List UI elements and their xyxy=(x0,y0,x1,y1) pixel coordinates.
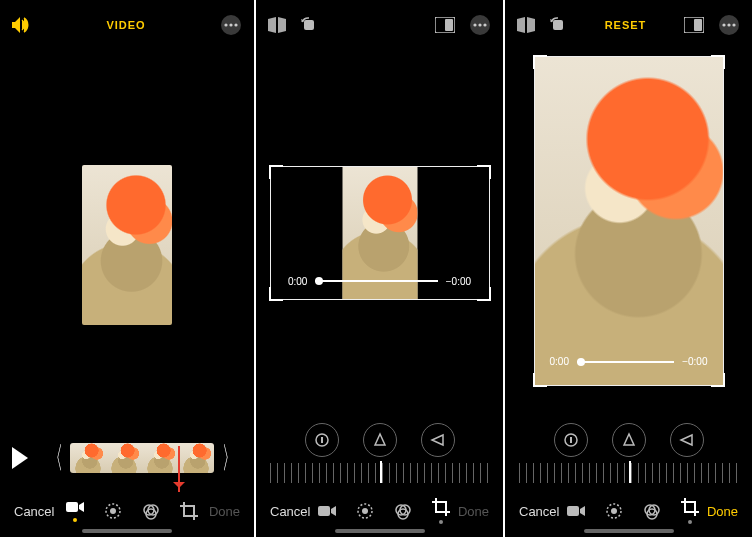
editor-panel-crop-reset: RESET 0:00 −0:00 xyxy=(505,0,752,537)
trim-thumb[interactable] xyxy=(142,443,178,473)
svg-point-21 xyxy=(362,508,368,514)
crop-handle-tl[interactable] xyxy=(533,55,547,69)
svg-rect-4 xyxy=(66,502,78,512)
crop-handle-br[interactable] xyxy=(711,373,725,387)
crop-handle-bl[interactable] xyxy=(269,287,283,301)
reset-button[interactable]: RESET xyxy=(567,19,684,31)
straighten-button[interactable] xyxy=(554,423,588,457)
flip-icon[interactable] xyxy=(268,17,286,33)
horizontal-perspective-button[interactable] xyxy=(670,423,704,457)
home-indicator xyxy=(584,529,674,533)
time-end: −0:00 xyxy=(446,276,471,287)
svg-point-6 xyxy=(110,508,116,514)
trim-strip[interactable]: 〈 〉 xyxy=(10,439,244,477)
editor-panel-crop: 0:00 −0:00 Cancel xyxy=(256,0,505,537)
annotation-arrow xyxy=(178,446,180,492)
svg-point-36 xyxy=(611,508,617,514)
done-button: Done xyxy=(209,504,240,519)
video-tool-icon[interactable] xyxy=(318,504,336,518)
svg-point-2 xyxy=(229,23,232,26)
crop-handle-bl[interactable] xyxy=(533,373,547,387)
horizontal-perspective-button[interactable] xyxy=(421,423,455,457)
svg-point-1 xyxy=(224,23,227,26)
svg-point-29 xyxy=(722,23,725,26)
vertical-perspective-button[interactable] xyxy=(612,423,646,457)
more-icon[interactable] xyxy=(220,14,242,36)
crop-tool-icon[interactable] xyxy=(432,498,450,524)
svg-rect-12 xyxy=(445,19,453,31)
svg-point-16 xyxy=(483,23,486,26)
dial-ruler[interactable] xyxy=(519,463,738,483)
video-tool-icon[interactable] xyxy=(567,504,585,518)
svg-point-30 xyxy=(727,23,730,26)
flip-icon[interactable] xyxy=(517,17,535,33)
crop-frame[interactable]: 0:00 −0:00 xyxy=(534,56,724,386)
dial-ruler[interactable] xyxy=(270,463,489,483)
trim-start-handle[interactable]: 〈 xyxy=(48,447,63,469)
time-end: −0:00 xyxy=(682,356,707,367)
aspect-icon[interactable] xyxy=(435,17,455,33)
crop-handle-tr[interactable] xyxy=(711,55,725,69)
adjust-tool-icon[interactable] xyxy=(104,502,122,520)
svg-point-15 xyxy=(478,23,481,26)
crop-handle-tr[interactable] xyxy=(477,165,491,179)
trim-thumb[interactable] xyxy=(106,443,142,473)
filters-tool-icon[interactable] xyxy=(142,502,160,520)
time-start: 0:00 xyxy=(288,276,307,287)
svg-rect-19 xyxy=(318,506,330,516)
svg-rect-34 xyxy=(567,506,579,516)
more-icon[interactable] xyxy=(469,14,491,36)
playhead[interactable] xyxy=(315,277,323,285)
adjust-tool-icon[interactable] xyxy=(356,502,374,520)
cancel-button[interactable]: Cancel xyxy=(270,504,310,519)
crop-handle-br[interactable] xyxy=(477,287,491,301)
aspect-icon[interactable] xyxy=(684,17,704,33)
filters-tool-icon[interactable] xyxy=(643,502,661,520)
done-button[interactable]: Done xyxy=(707,504,738,519)
trim-thumb[interactable] xyxy=(178,443,214,473)
svg-rect-25 xyxy=(553,20,563,30)
play-icon[interactable] xyxy=(10,447,40,469)
vertical-perspective-button[interactable] xyxy=(363,423,397,457)
svg-rect-33 xyxy=(570,437,572,443)
filters-tool-icon[interactable] xyxy=(394,502,412,520)
home-indicator xyxy=(335,529,425,533)
cancel-button[interactable]: Cancel xyxy=(14,504,54,519)
editor-panel-video: VIDEO 〈 〉 Cancel xyxy=(0,0,256,537)
done-button: Done xyxy=(458,504,489,519)
adjust-tool-icon[interactable] xyxy=(605,502,623,520)
mode-title: VIDEO xyxy=(32,19,220,31)
svg-point-3 xyxy=(234,23,237,26)
video-preview[interactable] xyxy=(82,165,172,325)
crop-frame[interactable]: 0:00 −0:00 xyxy=(270,166,490,300)
playhead[interactable] xyxy=(577,358,585,366)
straighten-button[interactable] xyxy=(305,423,339,457)
crop-handle-tl[interactable] xyxy=(269,165,283,179)
svg-rect-27 xyxy=(694,19,702,31)
svg-point-14 xyxy=(473,23,476,26)
time-start: 0:00 xyxy=(550,356,569,367)
crop-timeline[interactable]: 0:00 −0:00 xyxy=(288,276,471,287)
rotate-icon[interactable] xyxy=(300,16,318,34)
trim-thumb[interactable] xyxy=(70,443,106,473)
cancel-button[interactable]: Cancel xyxy=(519,504,559,519)
svg-point-31 xyxy=(732,23,735,26)
home-indicator xyxy=(82,529,172,533)
more-icon[interactable] xyxy=(718,14,740,36)
video-tool-icon[interactable] xyxy=(66,500,84,522)
crop-tool-icon[interactable] xyxy=(681,498,699,524)
volume-icon[interactable] xyxy=(12,17,32,33)
crop-tool-icon[interactable] xyxy=(180,502,198,520)
rotate-icon[interactable] xyxy=(549,16,567,34)
svg-rect-10 xyxy=(304,20,314,30)
crop-timeline[interactable]: 0:00 −0:00 xyxy=(550,356,708,367)
trim-end-handle[interactable]: 〉 xyxy=(222,447,237,469)
svg-rect-18 xyxy=(321,437,323,443)
